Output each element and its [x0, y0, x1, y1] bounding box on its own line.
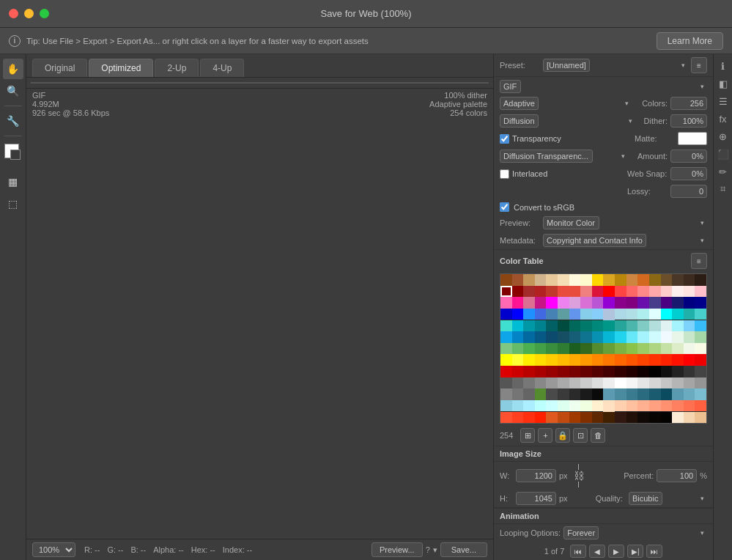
color-cell[interactable]: [546, 320, 558, 332]
color-cell[interactable]: [649, 320, 661, 332]
color-cell[interactable]: [535, 309, 547, 320]
metadata-select[interactable]: Copyright and Contact Info: [543, 234, 646, 247]
color-cell[interactable]: [615, 331, 626, 343]
color-cell[interactable]: [661, 331, 673, 343]
minimize-button[interactable]: [24, 9, 34, 18]
color-cell[interactable]: [569, 388, 581, 400]
color-cell[interactable]: [580, 274, 592, 286]
color-cell[interactable]: [661, 309, 673, 320]
color-cell[interactable]: [603, 274, 615, 286]
color-cell[interactable]: [523, 274, 535, 286]
color-cell[interactable]: [695, 309, 706, 320]
color-cell[interactable]: [684, 320, 695, 332]
color-cell[interactable]: [603, 377, 615, 389]
color-cell[interactable]: [615, 343, 626, 355]
color-cell[interactable]: [569, 412, 581, 424]
color-cell[interactable]: [603, 343, 615, 355]
color-cell[interactable]: [535, 274, 547, 286]
color-cell[interactable]: [649, 388, 661, 400]
color-cell[interactable]: [523, 297, 535, 309]
maximize-button[interactable]: [40, 9, 49, 18]
color-cell[interactable]: [672, 297, 684, 309]
color-cell[interactable]: [592, 377, 604, 389]
color-cell[interactable]: [580, 320, 592, 332]
color-cell[interactable]: [603, 297, 615, 309]
color-cell[interactable]: [637, 400, 649, 412]
color-cell[interactable]: [637, 320, 649, 332]
color-cell[interactable]: [684, 343, 695, 355]
color-cell[interactable]: [684, 297, 695, 309]
preset-menu-button[interactable]: ≡: [691, 57, 707, 73]
color-cell[interactable]: [695, 286, 706, 298]
color-cell[interactable]: [592, 320, 604, 332]
color-cell[interactable]: [695, 320, 706, 332]
color-cell[interactable]: [649, 412, 661, 424]
color-cell[interactable]: [558, 412, 569, 424]
color-cell[interactable]: [637, 366, 649, 377]
frame-prev-button[interactable]: ◀: [589, 545, 605, 558]
color-cell[interactable]: [535, 388, 547, 400]
color-cell[interactable]: [569, 366, 581, 377]
background-swatch[interactable]: [10, 150, 21, 160]
color-cell[interactable]: [523, 286, 535, 298]
color-cell[interactable]: [615, 309, 626, 320]
color-cell[interactable]: [546, 286, 558, 298]
web-snap-input[interactable]: [670, 167, 707, 180]
layer-edge-btn[interactable]: ◧: [716, 76, 731, 91]
color-cell[interactable]: [512, 320, 524, 332]
color-cell[interactable]: [695, 366, 706, 377]
save-button[interactable]: Save...: [440, 542, 487, 557]
color-cell[interactable]: [649, 377, 661, 389]
color-cell[interactable]: [695, 400, 706, 412]
color-cell[interactable]: [523, 343, 535, 355]
color-cell[interactable]: [649, 309, 661, 320]
color-cell[interactable]: [512, 366, 524, 377]
color-cell[interactable]: [626, 320, 638, 332]
color-cell[interactable]: [523, 309, 535, 320]
color-cell[interactable]: [672, 274, 684, 286]
color-cell[interactable]: [523, 331, 535, 343]
color-cell[interactable]: [580, 343, 592, 355]
color-cell[interactable]: [684, 309, 695, 320]
color-cell[interactable]: [512, 388, 524, 400]
zoom-select[interactable]: 100% 50% 200%: [32, 542, 75, 557]
color-cell[interactable]: [603, 331, 615, 343]
color-cell[interactable]: [558, 320, 569, 332]
color-cell[interactable]: [500, 412, 512, 424]
color-cell[interactable]: [580, 388, 592, 400]
color-cell[interactable]: [615, 366, 626, 377]
color-cell[interactable]: [558, 377, 569, 389]
color-cell[interactable]: [615, 274, 626, 286]
brush-edge-btn[interactable]: ✏: [716, 164, 731, 179]
color-cell[interactable]: [603, 366, 615, 377]
color-cell[interactable]: [603, 412, 615, 424]
color-cell[interactable]: [512, 309, 524, 320]
color-cell[interactable]: [512, 400, 524, 412]
interlaced-checkbox[interactable]: [500, 169, 509, 179]
color-cell[interactable]: [695, 377, 706, 389]
color-cell[interactable]: [558, 286, 569, 298]
zoom-tool[interactable]: 🔍: [3, 81, 23, 101]
srgb-checkbox[interactable]: [500, 202, 509, 212]
color-cell[interactable]: [672, 388, 684, 400]
color-cell[interactable]: [569, 309, 581, 320]
color-cell[interactable]: [672, 309, 684, 320]
tab-optimized[interactable]: Optimized: [89, 59, 153, 77]
color-cell[interactable]: [661, 297, 673, 309]
color-cell[interactable]: [637, 297, 649, 309]
color-cell[interactable]: [592, 297, 604, 309]
height-input[interactable]: [516, 492, 556, 505]
color-cell[interactable]: [580, 297, 592, 309]
color-cell[interactable]: [592, 412, 604, 424]
color-cell[interactable]: [535, 343, 547, 355]
color-cell[interactable]: [637, 309, 649, 320]
color-cell[interactable]: [546, 331, 558, 343]
color-cell[interactable]: [637, 274, 649, 286]
color-cell[interactable]: [523, 400, 535, 412]
color-cell[interactable]: [558, 297, 569, 309]
matte-swatch[interactable]: [678, 132, 707, 145]
color-cell[interactable]: [626, 388, 638, 400]
color-cell[interactable]: [672, 354, 684, 366]
color-cell[interactable]: [535, 286, 547, 298]
color-cell[interactable]: [592, 388, 604, 400]
